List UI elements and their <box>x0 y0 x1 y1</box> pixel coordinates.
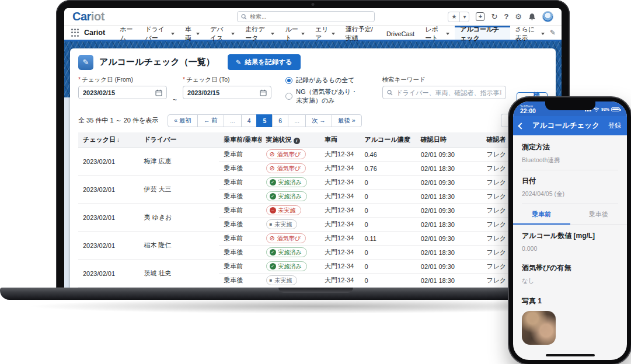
setup-gear-icon[interactable]: ⚙ <box>515 13 522 20</box>
status-time: 22:00 <box>520 108 536 114</box>
radio-all-records[interactable]: 記録があるもの全て <box>285 76 361 85</box>
register-button[interactable]: 登録 <box>608 121 621 130</box>
column-header[interactable]: 乗車前/乗車後 <box>219 132 261 148</box>
favorites-caret-icon[interactable]: ▾ <box>459 12 469 22</box>
app-launcher-waffle-icon[interactable] <box>71 29 79 37</box>
pagination-page-4-button[interactable]: 4 <box>241 114 257 127</box>
table-row[interactable]: 2023/02/01梅津 広恵乗車前⊘酒気帯び大門12-340.4602/01 … <box>78 148 548 162</box>
cell-alcohol-level: 0.46 <box>360 148 416 162</box>
column-header-label: 実施状況 <box>266 136 292 143</box>
cell-alcohol-level: 0.76 <box>360 162 416 176</box>
measure-method-field: 測定方法 Bluetooth連携 <box>522 136 618 170</box>
column-header[interactable]: チェック日↓ <box>78 132 140 148</box>
header-actions: ★ ▾ + ↻ ? ⚙ <box>448 11 553 22</box>
tab-before-ride[interactable]: 乗車前 <box>513 204 570 225</box>
nav-tab-home[interactable]: ホーム <box>114 26 140 40</box>
cell-confirmed-at: 02/01 18:30 <box>416 246 482 260</box>
radio-selected-icon[interactable] <box>285 77 292 84</box>
cell-vehicle: 大門12-34 <box>320 218 360 232</box>
column-header[interactable]: 確認日時 <box>416 132 482 148</box>
radio-unselected-icon[interactable] <box>285 93 292 100</box>
nav-tab-drivecast[interactable]: DriveCast <box>381 26 420 40</box>
keyword-input[interactable] <box>396 89 501 96</box>
phone-body: 測定方法 Bluetooth連携 日付 2024/04/05 (金) 乗車前 乗… <box>513 135 627 360</box>
info-icon[interactable]: i <box>294 138 300 144</box>
pagination-last-button[interactable]: 最後 » <box>332 114 362 127</box>
cell-alcohol-level: 0 <box>360 176 416 190</box>
status-pill: ⊘酒気帯び <box>266 163 306 173</box>
cell-ride-timing: 乗車前 <box>219 148 261 162</box>
calendar-icon[interactable] <box>260 89 267 96</box>
status-label: 未実施 <box>278 206 296 215</box>
record-result-button[interactable]: ✎ 結果を記録する <box>228 54 301 70</box>
nav-tab-schedule[interactable]: 運行予定/実績 <box>340 26 381 40</box>
user-avatar[interactable] <box>542 11 553 22</box>
pagination-page-6-button[interactable]: 6 <box>272 114 288 127</box>
date-from-input[interactable] <box>83 89 152 96</box>
pagination-ellipsis-right-button[interactable]: ... <box>288 114 306 127</box>
status-label: 未実施 <box>274 220 292 229</box>
cell-alcohol-level: 0 <box>360 218 416 232</box>
nav-tab-area[interactable]: エリア <box>310 26 340 40</box>
help-icon[interactable]: ? <box>504 13 508 20</box>
pagination-page-5-button[interactable]: 5 <box>256 114 273 127</box>
app-name[interactable]: Cariot <box>84 29 105 37</box>
date-from-input-box[interactable] <box>78 86 167 99</box>
keyword-input-box[interactable] <box>382 86 506 99</box>
nav-tab-label: デバイス <box>210 25 228 43</box>
column-header[interactable]: ドライバー <box>140 132 219 148</box>
nav-tab-more[interactable]: さらに表示 <box>510 26 550 40</box>
table-row[interactable]: 2023/02/01茨城 壮史乗車前✓実施済み大門12-34002/01 09:… <box>78 260 548 274</box>
nav-tab-device[interactable]: デバイス <box>205 26 240 40</box>
required-asterisk: * <box>183 76 185 83</box>
field-value: Bluetooth連携 <box>522 156 618 164</box>
cell-vehicle: 大門12-34 <box>320 260 360 274</box>
phone-frame: SoftBank 22:00 93% アルコールチェック 登録 測定方法 <box>509 97 631 364</box>
notifications-bell-icon[interactable] <box>528 13 536 21</box>
cell-vehicle: 大門12-34 <box>320 148 360 162</box>
nav-tab-vehicle[interactable]: 車両 <box>180 26 205 40</box>
cell-confirmed-at: 02/01 09:30 <box>416 204 482 218</box>
cell-confirmed-at: 02/01 18:30 <box>416 274 482 288</box>
global-search[interactable] <box>237 11 375 22</box>
nav-tab-label: ホーム <box>120 25 134 43</box>
pagination-ellipsis-left-button[interactable]: ... <box>224 114 242 127</box>
column-header[interactable]: アルコール濃度 <box>360 132 416 148</box>
chevron-down-icon <box>196 33 200 35</box>
nav-tab-route[interactable]: ルート <box>280 26 310 40</box>
favorites-star-icon[interactable]: ★ <box>448 12 459 22</box>
table-row[interactable]: 2023/02/01伊芸 大三乗車前✓実施済み大門12-34002/01 09:… <box>78 176 548 190</box>
nav-tab-report[interactable]: レポート <box>420 26 455 40</box>
date-to-input[interactable] <box>187 89 256 96</box>
column-header[interactable]: 実施状況i <box>262 132 320 148</box>
radio-ng-only[interactable]: NG（酒気帯びあり・未実施）のみ <box>285 88 361 105</box>
status-pill: ■未実施 <box>266 219 298 229</box>
column-header-label: 確認日時 <box>421 136 447 143</box>
check-photo-thumbnail[interactable] <box>522 311 556 345</box>
global-search-input[interactable] <box>250 13 371 20</box>
pagination-first-button[interactable]: « 最初 <box>168 114 198 127</box>
pagination-buttons: « 最初← 前...456...次 →最後 » <box>168 114 361 127</box>
date-to-input-box[interactable] <box>183 86 271 99</box>
pagination-prev-button[interactable]: ← 前 <box>197 114 224 127</box>
nav-tab-drive-data[interactable]: 走行データ <box>240 26 280 40</box>
date-to-field: *チェック日 (To) <box>183 76 271 107</box>
cell-driver: 梅津 広恵 <box>140 148 219 176</box>
status-label: 未実施 <box>274 276 292 285</box>
cell-alcohol-level: 0 <box>360 204 416 218</box>
table-row[interactable]: 2023/02/01夷 ゆきお乗車前–未実施大門12-34002/01 09:3… <box>78 204 548 218</box>
table-row[interactable]: 2023/02/01稲木 隆仁乗車前⊘酒気帯び大門12-340.1102/01 … <box>78 232 548 246</box>
tab-after-ride[interactable]: 乗車後 <box>570 204 627 225</box>
home-indicator[interactable] <box>546 354 595 356</box>
edit-pencil-icon[interactable]: ✎ <box>550 29 556 37</box>
pagination-next-button[interactable]: 次 → <box>305 114 332 127</box>
cell-vehicle: 大門12-34 <box>320 274 360 288</box>
check-table-body: 2023/02/01梅津 広恵乗車前⊘酒気帯び大門12-340.4602/01 … <box>78 148 548 289</box>
nav-tab-driver[interactable]: ドライバー <box>140 26 180 40</box>
add-icon[interactable]: + <box>476 12 484 21</box>
column-header[interactable]: 車両 <box>320 132 360 148</box>
favorites-control[interactable]: ★ ▾ <box>448 12 469 22</box>
calendar-icon[interactable] <box>155 89 162 96</box>
nav-tab-alcohol-check[interactable]: アルコールチェック <box>455 26 510 40</box>
guidance-refresh-icon[interactable]: ↻ <box>491 13 497 20</box>
